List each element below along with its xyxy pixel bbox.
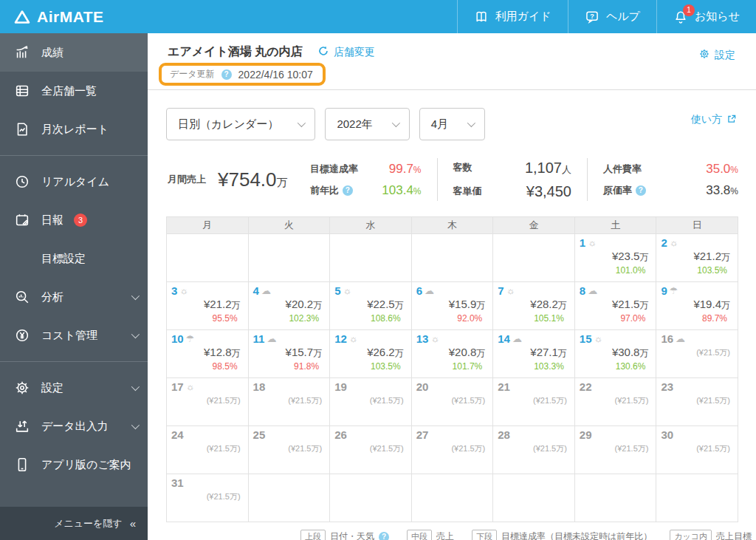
- usage-guide-button[interactable]: 利用ガイド: [457, 0, 568, 33]
- calendar-empty-cell: [493, 474, 575, 522]
- calendar-day-4[interactable]: 4☁¥20.2万102.3%: [249, 282, 331, 330]
- sidebar-item-cost-management[interactable]: コスト管理: [0, 316, 148, 355]
- calendar-day-16[interactable]: 16☁(¥21.5万): [656, 330, 738, 378]
- daily-sales: ¥28.2万: [498, 298, 570, 312]
- chevron-down-icon: [131, 292, 140, 300]
- data-update-label: データ更新: [170, 68, 215, 81]
- day-number: 20: [416, 380, 429, 393]
- calendar-day-25[interactable]: 25(¥21.5万): [249, 426, 331, 474]
- year-select[interactable]: 2022年: [325, 108, 409, 140]
- calendar-day-11[interactable]: 11☁¥15.7万91.8%: [249, 330, 331, 378]
- goal-achievement-rate: 130.6%: [580, 361, 652, 372]
- page-header: エアメイト酒場 丸の内店 店舗変更 設定 データ更新 ? 2022/4/: [148, 33, 756, 90]
- calendar-day-23[interactable]: 23(¥21.5万): [656, 378, 738, 426]
- chart-icon: [13, 44, 31, 61]
- cloud-weather-icon: ☁: [267, 334, 276, 344]
- report-icon: [13, 121, 31, 137]
- notifications-button[interactable]: 1お知らせ: [656, 0, 756, 33]
- data-update-help-icon[interactable]: ?: [221, 69, 232, 80]
- day-number: 27: [416, 428, 429, 441]
- calendar-empty-cell: [330, 474, 412, 522]
- sun-weather-icon: ☼: [430, 334, 439, 344]
- calendar-day-21[interactable]: 21(¥21.5万): [493, 378, 575, 426]
- help-button[interactable]: ?ヘルプ: [568, 0, 656, 33]
- day-number: 8: [580, 284, 585, 297]
- refresh-icon: [317, 45, 329, 59]
- calendar-day-14[interactable]: 14☁¥27.1万103.3%: [493, 330, 575, 378]
- sun-weather-icon: ☼: [594, 334, 603, 344]
- sidebar-item-label: 目標設定: [41, 252, 86, 266]
- calendar-day-18[interactable]: 18(¥21.5万): [249, 378, 331, 426]
- calendar-day-1[interactable]: 1☼¥23.5万101.0%: [575, 234, 657, 282]
- chevron-down-icon: [298, 119, 306, 127]
- sun-weather-icon: ☼: [588, 238, 597, 247]
- calendar-day-19[interactable]: 19(¥21.5万): [330, 378, 412, 426]
- hide-menu-button[interactable]: メニューを隠す «: [0, 507, 148, 540]
- day-number: 11: [253, 332, 265, 345]
- day-number: 17: [171, 380, 184, 393]
- notification-badge: 1: [683, 4, 695, 16]
- goal-rate-value: 99.7%: [389, 162, 422, 177]
- month-select[interactable]: 4月: [419, 108, 485, 140]
- calendar-day-5[interactable]: 5☼¥22.5万108.6%: [330, 282, 412, 330]
- calendar-day-27[interactable]: 27(¥21.5万): [412, 426, 494, 474]
- sales-target: (¥21.5万): [661, 395, 733, 406]
- sidebar-item-realtime[interactable]: リアルタイム: [0, 163, 148, 201]
- goal-achievement-rate: 91.8%: [253, 361, 326, 372]
- calendar-day-7[interactable]: 7☼¥28.2万105.1%: [493, 282, 575, 330]
- calendar-legend: 上段日付・天気?中段売上下段目標達成率（目標未設定時は前年比）カッコ内売上目標: [148, 530, 756, 540]
- calendar-day-6[interactable]: 6☁¥15.9万92.0%: [412, 282, 494, 330]
- sidebar-item-monthly-report[interactable]: 月次レポート: [0, 110, 148, 148]
- legend-help-icon[interactable]: ?: [379, 532, 389, 540]
- sales-target: (¥21.5万): [661, 443, 733, 454]
- sidebar-item-data-io[interactable]: データ出入力: [0, 407, 148, 445]
- goal-achievement-rate: 92.0%: [416, 313, 489, 324]
- sidebar-item-app-info[interactable]: アプリ版のご案内: [0, 445, 148, 484]
- calendar-day-10[interactable]: 10☂¥12.8万98.5%: [167, 330, 249, 378]
- sun-weather-icon: ☼: [179, 286, 188, 295]
- calendar-day-29[interactable]: 29(¥21.5万): [575, 426, 657, 474]
- day-number: 1: [580, 236, 585, 249]
- page-settings-link[interactable]: 設定: [698, 48, 735, 62]
- sales-target: (¥21.5万): [580, 443, 652, 454]
- change-store-link[interactable]: 店舗変更: [317, 45, 375, 59]
- sidebar-item-daily-report[interactable]: 日報3: [0, 201, 148, 239]
- sales-target: (¥21.5万): [498, 443, 570, 454]
- app-root: AirMATE 利用ガイド?ヘルプ1お知らせ 成績全店舗一覧月次レポートリアルタ…: [0, 0, 756, 540]
- collapse-chevrons-icon: «: [130, 518, 136, 529]
- cogs-help-icon[interactable]: ?: [636, 185, 646, 196]
- sidebar-item-results[interactable]: 成績: [0, 33, 148, 72]
- yoy-help-icon[interactable]: ?: [343, 185, 353, 196]
- calendar-day-8[interactable]: 8☁¥21.5万97.0%: [575, 282, 657, 330]
- calendar-day-20[interactable]: 20(¥21.5万): [412, 378, 494, 426]
- calendar-day-26[interactable]: 26(¥21.5万): [330, 426, 412, 474]
- calendar-day-2[interactable]: 2☼¥21.2万103.5%: [656, 234, 738, 282]
- calendar-day-22[interactable]: 22(¥21.5万): [575, 378, 657, 426]
- calendar-day-15[interactable]: 15☼¥30.8万130.6%: [575, 330, 657, 378]
- labor-rate-value: 35.0%: [706, 162, 738, 177]
- calendar-day-12[interactable]: 12☼¥26.2万103.5%: [330, 330, 412, 378]
- legend-box-label: カッコ内: [670, 530, 712, 540]
- sidebar-item-goal-setting[interactable]: 目標設定: [0, 239, 148, 278]
- view-mode-select[interactable]: 日別（カレンダー）: [166, 108, 315, 140]
- calendar-day-28[interactable]: 28(¥21.5万): [493, 426, 575, 474]
- weekday-header: 火: [249, 217, 331, 234]
- daily-sales: ¥12.8万: [171, 346, 244, 360]
- sidebar-item-analysis[interactable]: 分析: [0, 278, 148, 316]
- sidebar-item-settings[interactable]: 設定: [0, 369, 148, 407]
- calendar-empty-cell: [412, 474, 494, 522]
- sales-calendar: 月火水木金土日1☼¥23.5万101.0%2☼¥21.2万103.5%3☼¥21…: [166, 216, 738, 522]
- daily-sales: ¥22.5万: [334, 298, 407, 312]
- calendar-day-3[interactable]: 3☼¥21.2万95.5%: [167, 282, 249, 330]
- calendar-day-9[interactable]: 9☂¥19.4万89.7%: [656, 282, 738, 330]
- calendar-day-17[interactable]: 17☼(¥21.5万): [167, 378, 249, 426]
- calendar-day-13[interactable]: 13☼¥20.8万101.7%: [412, 330, 494, 378]
- cloud-weather-icon: ☁: [512, 334, 522, 344]
- calendar-day-30[interactable]: 30(¥21.5万): [656, 426, 738, 474]
- calendar-day-31[interactable]: 31(¥21.5万): [167, 474, 249, 522]
- rain-weather-icon: ☂: [670, 286, 678, 295]
- sidebar-item-all-stores[interactable]: 全店舗一覧: [0, 72, 148, 110]
- usage-guide-link[interactable]: 使い方: [691, 113, 737, 126]
- calendar-day-24[interactable]: 24(¥21.5万): [167, 426, 249, 474]
- sidebar-item-label: リアルタイム: [41, 175, 109, 189]
